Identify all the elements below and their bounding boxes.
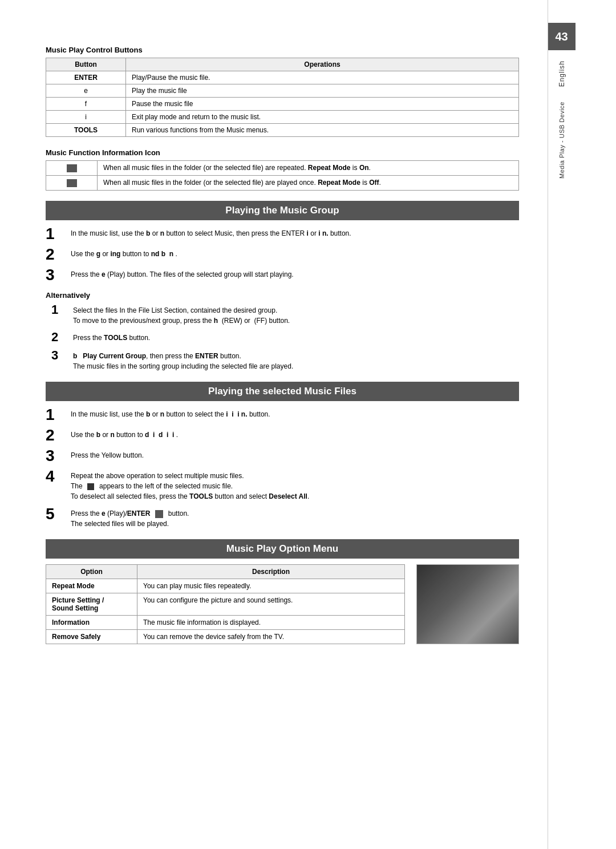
option-menu-header: Music Play Option Menu <box>46 539 519 559</box>
table-row: When all music files in the folder (or t… <box>46 161 519 176</box>
playing-selected-header: Playing the selected Music Files <box>46 382 519 401</box>
step-content: Use the g or ing button to nd b n . <box>71 246 177 259</box>
enter-icon <box>155 510 163 518</box>
operation-cell: Exit play mode and return to the music l… <box>126 111 519 124</box>
step-row: 2 Press the TOOLS button. <box>51 330 519 344</box>
button-cell: ENTER <box>46 71 126 84</box>
side-tab: 43 English Media Play - USB Device <box>548 0 575 849</box>
alternatively-steps: 1 Select the files In the File List Sect… <box>51 303 519 371</box>
table-row: e Play the music file <box>46 84 519 98</box>
step-row: 2 Use the g or ing button to nd b n . <box>46 246 519 262</box>
button-cell: i <box>46 111 126 124</box>
option-table: Option Description Repeat Mode You can p… <box>46 564 405 644</box>
step-row: 1 In the music list, use the b or n butt… <box>46 226 519 242</box>
operation-cell: Play the music file <box>126 84 519 98</box>
step-number: 4 <box>46 468 66 484</box>
step-content: Press the TOOLS button. <box>73 330 150 343</box>
table-row: When all music files in the folder (or t… <box>46 175 519 190</box>
step-number: 1 <box>46 407 66 423</box>
music-function-info-title: Music Function Information Icon <box>46 148 519 157</box>
step-content: In the music list, use the b or n button… <box>71 226 351 238</box>
step-number: 3 <box>51 349 68 362</box>
step-number: 2 <box>46 246 66 262</box>
icon-cell <box>46 175 98 190</box>
option-description: The music file information is displayed. <box>137 615 405 629</box>
step-content: Use the b or n button to d i d i i . <box>71 427 178 440</box>
step-row: 3 Press the e (Play) button. The files o… <box>46 267 519 283</box>
music-play-control-table: Button Operations ENTER Play/Pause the m… <box>46 58 519 137</box>
step-content: b Play Current Group, then press the ENT… <box>73 349 293 371</box>
table-row: Picture Setting /Sound Setting You can c… <box>46 593 405 615</box>
option-description: You can configure the picture and sound … <box>137 593 405 615</box>
side-label-english: English <box>558 56 566 91</box>
check-icon <box>87 483 94 490</box>
table-header-button: Button <box>46 58 126 71</box>
step-content: Press the Yellow button. <box>71 448 144 460</box>
play-music-group-header: Playing the Music Group <box>46 201 519 220</box>
main-content: Music Play Control Buttons Button Operat… <box>0 0 548 849</box>
info-description: When all music files in the folder (or t… <box>98 175 519 190</box>
step-content: Select the files In the File List Sectio… <box>73 303 290 326</box>
option-col-header: Option <box>46 564 137 579</box>
option-table-wrap: Option Description Repeat Mode You can p… <box>46 564 405 650</box>
operation-cell: Run various functions from the Music men… <box>126 124 519 137</box>
page-container: Music Play Control Buttons Button Operat… <box>0 0 616 849</box>
step-content: Press the e (Play) button. The files of … <box>71 267 294 280</box>
step-number: 3 <box>46 448 66 464</box>
table-row: ENTER Play/Pause the music file. <box>46 71 519 84</box>
step-row: 4 Repeat the above operation to select m… <box>46 468 519 502</box>
option-name: Information <box>46 615 137 629</box>
button-cell: f <box>46 98 126 111</box>
button-cell: e <box>46 84 126 98</box>
repeat-off-icon <box>67 179 77 187</box>
step-number: 2 <box>51 330 68 344</box>
table-row: Information The music file information i… <box>46 615 405 629</box>
table-row: f Pause the music file <box>46 98 519 111</box>
table-row: Remove Safely You can remove the device … <box>46 629 405 644</box>
step-row: 5 Press the e (Play)/ENTER button. The s… <box>46 506 519 529</box>
step-row: 2 Use the b or n button to d i d i i . <box>46 427 519 443</box>
side-label-media: Media Play - USB Device <box>558 97 565 183</box>
description-col-header: Description <box>137 564 405 579</box>
option-menu-image-inner <box>417 565 518 644</box>
step-number: 5 <box>46 506 66 522</box>
button-cell: TOOLS <box>46 124 126 137</box>
option-section: Option Description Repeat Mode You can p… <box>46 564 519 650</box>
table-row: Repeat Mode You can play music files rep… <box>46 579 405 593</box>
table-row: TOOLS Run various functions from the Mus… <box>46 124 519 137</box>
step-row: 3 Press the Yellow button. <box>46 448 519 464</box>
alternatively-title: Alternatively <box>46 291 519 300</box>
operation-cell: Play/Pause the music file. <box>126 71 519 84</box>
step-number: 1 <box>46 226 66 242</box>
step-number: 2 <box>46 427 66 443</box>
option-name: Repeat Mode <box>46 579 137 593</box>
music-group-steps: 1 In the music list, use the b or n butt… <box>46 226 519 283</box>
option-name: Remove Safely <box>46 629 137 644</box>
option-description: You can play music files repeatedly. <box>137 579 405 593</box>
option-name: Picture Setting /Sound Setting <box>46 593 137 615</box>
icon-cell <box>46 161 98 176</box>
table-row: i Exit play mode and return to the music… <box>46 111 519 124</box>
step-content: Repeat the above operation to select mul… <box>71 468 309 502</box>
info-description: When all music files in the folder (or t… <box>98 161 519 176</box>
table-header-ops: Operations <box>126 58 519 71</box>
operation-cell: Pause the music file <box>126 98 519 111</box>
selected-music-steps: 1 In the music list, use the b or n butt… <box>46 407 519 529</box>
step-content: Press the e (Play)/ENTER button. The sel… <box>71 506 189 529</box>
step-content: In the music list, use the b or n button… <box>71 407 270 419</box>
step-number: 3 <box>46 267 66 283</box>
music-play-control-title: Music Play Control Buttons <box>46 46 519 54</box>
step-number: 1 <box>51 303 68 317</box>
page-number: 43 <box>548 23 576 50</box>
option-menu-screenshot <box>416 564 519 644</box>
repeat-on-icon <box>67 164 77 172</box>
option-description: You can remove the device safely from th… <box>137 629 405 644</box>
step-row: 1 Select the files In the File List Sect… <box>51 303 519 326</box>
step-row: 1 In the music list, use the b or n butt… <box>46 407 519 423</box>
step-row: 3 b Play Current Group, then press the E… <box>51 349 519 371</box>
music-function-info-table: When all music files in the folder (or t… <box>46 160 519 191</box>
